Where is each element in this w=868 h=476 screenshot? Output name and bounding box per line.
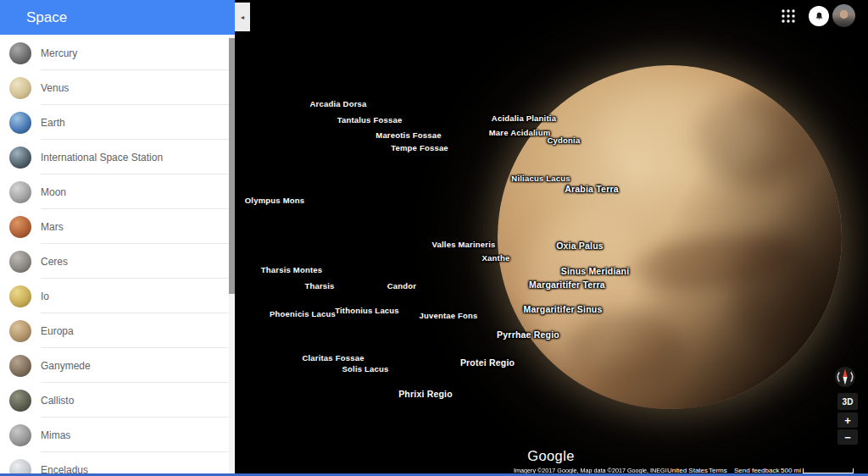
sidebar-item[interactable]: Venus [0,70,230,105]
map-label: Tharsis [304,281,334,291]
3d-view-button[interactable]: 3D [837,393,858,410]
sidebar-item[interactable]: Mimas [0,418,230,452]
planet-thumbnail-icon [9,42,31,64]
sidebar-item[interactable]: Mercury [0,36,230,70]
map-label: Niliacus Lacus [511,174,570,183]
zoom-out-button[interactable]: − [837,429,858,445]
planet-thumbnail-icon [9,147,31,169]
sidebar-item-label: Ganymede [41,360,91,372]
compass-icon[interactable] [834,366,856,388]
planet-thumbnail-icon [9,251,31,273]
sidebar-item-label: Earth [41,117,65,129]
planet-thumbnail-icon [9,390,31,412]
sidebar-title: Space [26,9,67,26]
planet-thumbnail-icon [9,285,31,307]
map-label: Xanthe [482,253,510,263]
sidebar-item-label: Moon [41,186,66,198]
sidebar-item-label: Ceres [41,256,68,268]
map-label: Valles Marineris [431,240,495,249]
sidebar-item[interactable]: Europa [0,313,230,348]
sidebar-item[interactable]: Mars [0,209,230,244]
zoom-in-button[interactable]: + [837,412,858,428]
mars-dark-region [626,229,800,297]
sidebar-item[interactable]: Io [0,279,230,313]
sidebar-scrollbar-track[interactable] [229,36,235,476]
google-maps-space-window: Arcadia Dorsa Tantalus Fossae Mareotis F… [0,0,868,476]
map-label: Pyrrhae Regio [497,329,559,340]
map-label: Phrixi Regio [398,389,453,399]
sidebar-item-label: Callisto [41,395,74,407]
google-logo: Google [527,448,575,464]
map-label: Mareotis Fossae [376,130,441,140]
map-label: Acidalia Planitia [492,113,556,123]
mars-dark-region [732,230,825,349]
planet-thumbnail-icon [9,320,31,342]
mars-light-region [601,86,771,187]
map-label: Sinus Meridiani [561,266,630,276]
sidebar-item-label: Io [41,291,49,302]
map-label: Phoenicis Lacus [270,309,336,318]
sidebar-item[interactable]: International Space Station [0,140,230,174]
sidebar-item[interactable]: Callisto [0,383,230,418]
map-label: Mare Acidalium [489,128,551,137]
planet-thumbnail-icon [9,424,31,446]
planet-thumbnail-icon [9,112,31,134]
planet-thumbnail-icon [9,216,31,238]
celestial-bodies-list: Mercury Venus Earth International Space … [0,36,230,476]
mars-dark-region [697,92,824,185]
collapse-sidebar-button[interactable]: ◄ [235,3,250,31]
sidebar-item-label: Mercury [41,47,77,59]
google-apps-grid-icon[interactable] [781,8,796,24]
mars-dark-region [566,313,685,389]
sidebar-header: Space [0,0,235,35]
map-label: Juventae Fons [419,311,477,320]
sidebar-item[interactable]: Ceres [0,244,230,279]
map-label: Tithonius Lacus [335,306,399,315]
sidebar-item-label: Venus [41,82,69,94]
sidebar-item[interactable]: Ganymede [0,348,230,383]
planet-thumbnail-icon [9,77,31,99]
map-label: Cydonia [548,136,581,145]
sidebar-item-label: Mimas [41,429,70,441]
map-label: Claritas Fossae [302,353,364,363]
map-label: Tempe Fossae [391,143,448,152]
map-label: Arcadia Dorsa [309,99,366,108]
map-label: Tantalus Fossae [337,115,403,125]
mars-light-region [525,210,652,371]
sidebar-item-label: International Space Station [41,152,163,163]
map-label: Olympus Mons [245,196,305,205]
map-label: Protei Regio [460,357,515,368]
map-label: Tharsis Montes [261,265,322,274]
sidebar-item[interactable]: Earth [0,105,230,140]
map-label: Candor [387,281,416,291]
map-label: Solis Lacus [342,364,389,374]
sidebar-item[interactable]: Enceladus [0,452,230,476]
notifications-bell-icon[interactable] [809,6,829,26]
map-label: Arabia Terra [565,184,618,194]
chevron-left-icon: ◄ [240,14,246,20]
user-avatar[interactable] [832,4,855,27]
map-canvas[interactable] [235,0,868,476]
planet-thumbnail-icon [9,355,31,377]
map-label: Margaritifer Terra [529,280,605,290]
sidebar-item-label: Mars [41,221,64,233]
planet-thumbnail-icon [9,181,31,203]
map-label: Oxia Palus [556,241,604,251]
sidebar-scrollbar-thumb[interactable] [229,38,235,294]
sidebar-item[interactable]: Moon [0,174,230,209]
sidebar-item-label: Europa [41,325,74,337]
space-sidebar: Space Mercury Venus Earth [0,0,235,476]
map-label: Margaritifer Sinus [524,304,603,314]
